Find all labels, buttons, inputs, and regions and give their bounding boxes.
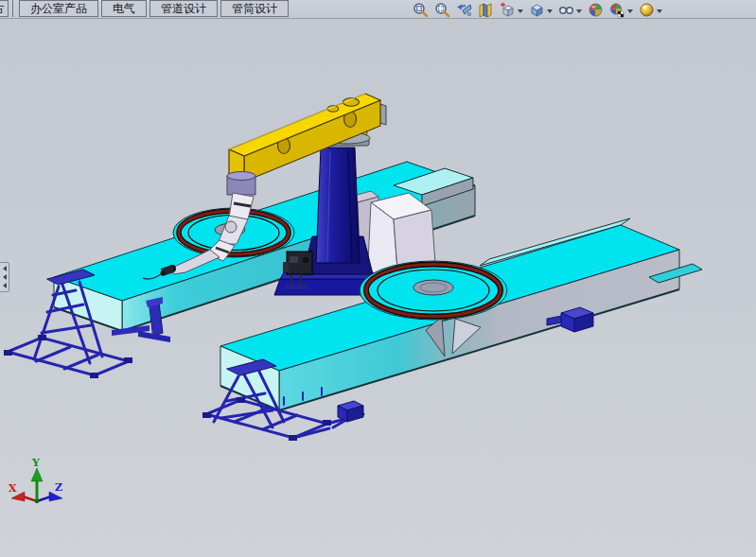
zoom-to-fit-icon[interactable] <box>413 2 429 18</box>
view-settings-icon[interactable] <box>639 2 662 18</box>
edit-appearance-icon[interactable] <box>588 2 604 18</box>
heads-up-view-toolbar <box>413 1 662 19</box>
hide-show-items-icon[interactable] <box>558 2 582 18</box>
dropdown-arrow[interactable] <box>547 9 553 13</box>
clamp-block-mid[interactable] <box>338 401 363 422</box>
collapse-panel-button[interactable] <box>0 262 9 292</box>
collapse-arrow-icon <box>3 274 7 280</box>
tab-electrical[interactable]: 电气 <box>101 0 147 17</box>
model-viewport[interactable]: X Y Z <box>0 0 756 557</box>
command-tabs: 古 办公室产品 电气 管道设计 管筒设计 <box>0 0 291 18</box>
dropdown-arrow[interactable] <box>657 9 662 13</box>
collapse-arrow-icon <box>3 283 7 288</box>
dropdown-arrow[interactable] <box>576 9 582 13</box>
triad-z-label: Z <box>55 481 62 494</box>
dropdown-arrow[interactable] <box>518 9 523 13</box>
command-bar: 古 办公室产品 电气 管道设计 管筒设计 <box>0 0 756 19</box>
tab-separator <box>12 0 13 17</box>
tab-piping-design[interactable]: 管道设计 <box>149 0 218 17</box>
section-view-icon[interactable] <box>478 2 494 18</box>
apply-scene-icon[interactable] <box>609 2 633 18</box>
triad-x-label: X <box>9 482 17 495</box>
collapse-arrow-icon <box>3 266 7 271</box>
display-style-icon[interactable] <box>529 2 553 18</box>
previous-view-icon[interactable] <box>456 2 472 18</box>
zoom-to-area-icon[interactable] <box>434 2 450 18</box>
tab-office-products[interactable]: 办公室产品 <box>19 0 98 17</box>
dropdown-arrow[interactable] <box>627 9 633 13</box>
triad-y-label: Y <box>31 457 40 469</box>
view-orientation-icon[interactable] <box>500 2 523 18</box>
tab-tubing-design[interactable]: 管筒设计 <box>220 0 289 17</box>
tab-clipped[interactable]: 古 <box>0 0 9 17</box>
